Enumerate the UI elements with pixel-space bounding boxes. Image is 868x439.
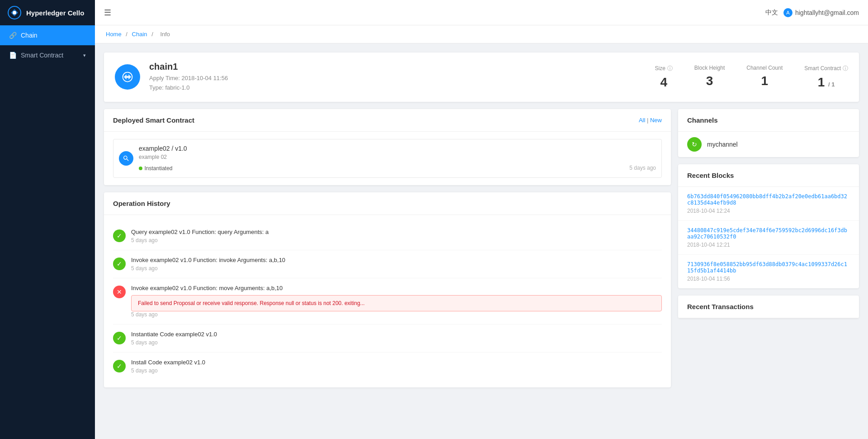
op-status-icon: ✓ [113,229,126,242]
stat-smart-contract-value: 1 [818,75,825,89]
block-hash: 7130936f8e058852bb95df63d88db0379c4ac109… [687,261,850,274]
action-separator: | [647,117,650,124]
op-time: 5 days ago [131,265,662,272]
operation-history-body: ✓ Query example02 v1.0 Function: query A… [104,215,671,387]
breadcrumb-info: Info [160,31,170,38]
topbar-left: ☰ [104,8,111,18]
operation-item: ✕ Invoke example02 v1.0 Function: move A… [113,278,662,324]
breadcrumb-chain[interactable]: Chain [132,31,147,38]
channels-header: Channels [678,109,859,132]
chain-meta: chain1 Apply Time: 2018-10-04 11:56 Type… [149,62,646,93]
stat-block-height-value: 3 [694,74,725,88]
app-name: Hyperledger Cello [26,9,84,17]
op-text: Install Code example02 v1.0 [131,359,662,366]
svg-point-1 [13,11,16,14]
main-panel: Deployed Smart Contract All | New [104,109,671,430]
stat-channel-count-label: Channel Count [746,65,783,71]
sidebar-item-smart-contract[interactable]: 📄 Smart Contract ▾ [0,45,95,65]
op-time: 5 days ago [131,367,662,374]
operation-item: ✓ Invoke example02 v1.0 Function: invoke… [113,250,662,278]
lower-content: Deployed Smart Contract All | New [104,109,859,430]
block-item: 34480847c919e5cdef34e784f6e759592bc2d699… [678,221,859,255]
operation-history-header: Operation History [104,192,671,215]
op-text: Query example02 v1.0 Function: query Arg… [131,229,662,235]
block-item: 7130936f8e058852bb95df63d88db0379c4ac109… [678,255,859,288]
user-menu[interactable]: A hightallyht@gmail.com [783,8,859,17]
smart-contract-icon: 📄 [9,52,16,59]
contract-info: example02 / v1.0 example 02 Instantiated… [139,145,656,172]
op-status-icon: ✓ [113,360,126,372]
contract-status-row: Instantiated 5 days ago [139,164,656,172]
breadcrumb-home[interactable]: Home [106,31,122,38]
deployed-contract-actions: All | New [639,117,662,124]
op-text: Invoke example02 v1.0 Function: move Arg… [131,285,662,291]
stat-smart-contract-label: Smart Contract [804,65,841,72]
channels-body: ↻ mychannel [678,132,859,157]
contract-item: example02 / v1.0 example 02 Instantiated… [113,139,662,178]
user-avatar: A [783,8,793,17]
recent-blocks-title: Recent Blocks [687,172,734,179]
operation-history-card: Operation History ✓ Query example02 v1.0… [104,192,671,387]
op-content: Invoke example02 v1.0 Function: invoke A… [131,257,662,272]
user-email: hightallyht@gmail.com [795,9,859,16]
chain-type: Type: fabric-1.0 [149,83,646,93]
chain-info-card: chain1 Apply Time: 2018-10-04 11:56 Type… [104,52,859,102]
recent-blocks-card: Recent Blocks 6b763dd840f054962080bb8dff… [678,164,859,288]
op-content: Query example02 v1.0 Function: query Arg… [131,229,662,243]
op-status-icon: ✕ [113,286,126,298]
recent-transactions-title: Recent Transactions [687,303,754,310]
deployed-contract-header: Deployed Smart Contract All | New [104,109,671,132]
block-time: 2018-10-04 11:56 [687,276,850,282]
content-area: chain1 Apply Time: 2018-10-04 11:56 Type… [95,43,868,439]
app-logo: Hyperledger Cello [0,0,95,25]
chain-apply-time: Apply Time: 2018-10-04 11:56 [149,74,646,83]
operation-item: ✓ Instantiate Code example02 v1.0 5 days… [113,324,662,353]
chain-stats: Size ⓘ 4 Block Height 3 Channel Count 1 [655,65,848,90]
block-hash: 34480847c919e5cdef34e784f6e759592bc2d699… [687,227,850,240]
breadcrumb-sep-1: / [126,31,127,38]
all-contracts-link[interactable]: All [639,117,645,124]
menu-toggle-icon[interactable]: ☰ [104,8,111,18]
op-status-icon: ✓ [113,258,126,270]
stat-smart-contract-sub: / 1 [828,81,835,88]
operation-item: ✓ Query example02 v1.0 Function: query A… [113,222,662,250]
sidebar-item-chain-label: Chain [21,32,38,39]
recent-transactions-card: Recent Transactions [678,296,859,318]
op-content: Instantiate Code example02 v1.0 5 days a… [131,331,662,346]
recent-blocks-header: Recent Blocks [678,164,859,187]
op-time: 5 days ago [131,237,662,243]
language-selector[interactable]: 中文 [765,9,778,17]
op-text: Instantiate Code example02 v1.0 [131,331,662,338]
logo-icon [7,5,22,20]
op-content: Install Code example02 v1.0 5 days ago [131,359,662,374]
channel-name: mychannel [707,141,738,148]
topbar: ☰ 中文 A hightallyht@gmail.com [95,0,868,25]
contract-avatar [119,151,133,166]
stat-size: Size ⓘ 4 [655,65,673,90]
channel-item: ↻ mychannel [678,132,859,157]
channels-card: Channels ↻ mychannel [678,109,859,157]
stat-size-value: 4 [655,75,673,90]
chain-icon: 🔗 [9,32,16,39]
sidebar: Hyperledger Cello 🔗 Chain 📄 Smart Contra… [0,0,95,439]
block-time: 2018-10-04 12:24 [687,208,850,214]
chain-name: chain1 [149,62,646,72]
op-content: Invoke example02 v1.0 Function: move Arg… [131,285,662,318]
new-contract-link[interactable]: New [650,117,662,124]
size-info-icon: ⓘ [667,65,673,72]
breadcrumb-sep-2: / [151,31,153,38]
block-item: 6b763dd840f054962080bb8dff4b2b2af20e0edb… [678,187,859,221]
chain-avatar [115,64,140,90]
side-panel: Channels ↻ mychannel Recent Blocks 6b763… [678,109,859,430]
deployed-contract-title: Deployed Smart Contract [113,116,194,124]
op-time: 5 days ago [131,311,662,318]
recent-transactions-header: Recent Transactions [678,296,859,318]
channel-icon: ↻ [687,137,702,152]
block-time: 2018-10-04 12:21 [687,242,850,248]
submenu-arrow-icon: ▾ [83,52,86,58]
stat-block-height: Block Height 3 [694,65,725,90]
recent-blocks-body: 6b763dd840f054962080bb8dff4b2b2af20e0edb… [678,187,859,288]
op-status-icon: ✓ [113,332,126,344]
sidebar-item-chain[interactable]: 🔗 Chain [0,25,95,45]
deployed-contract-body: example02 / v1.0 example 02 Instantiated… [104,132,671,185]
